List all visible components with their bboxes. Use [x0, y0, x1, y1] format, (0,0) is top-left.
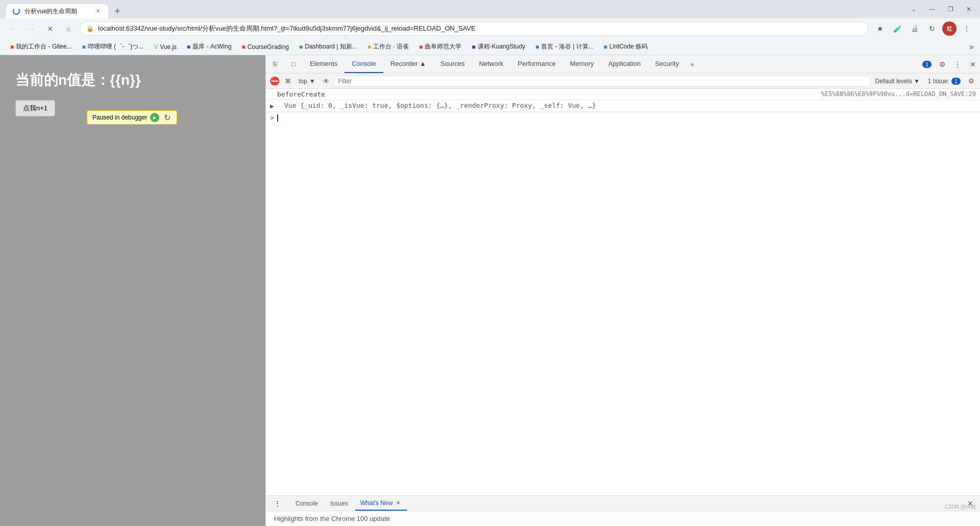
- bookmark-lc-label: LintCode 炼码: [609, 42, 648, 51]
- log-vue-expand-arrow[interactable]: ▶: [270, 102, 277, 110]
- context-dropdown-icon: ▼: [309, 78, 315, 85]
- bookmark-vue-icon: V: [154, 43, 158, 51]
- reload-button[interactable]: ✕: [43, 21, 57, 36]
- tab-elements[interactable]: Elements: [303, 55, 345, 73]
- log-text-beforecreate: beforeCreate: [277, 90, 821, 98]
- bookmark-kuangstudy[interactable]: ■ 课程-KuangStudy: [468, 41, 529, 52]
- bottom-tab-issues[interactable]: Issues: [325, 496, 353, 511]
- bookmark-luogu-label: 首页 - 洛谷 | 计算...: [541, 42, 593, 51]
- console-entry-vue-object: ▶ Vue {_uid: 0, _isVue: true, $options: …: [266, 100, 980, 112]
- more-options-button[interactable]: ⋮: [960, 21, 974, 36]
- tab-close-button[interactable]: ×: [94, 7, 102, 15]
- context-selector[interactable]: top ▼: [296, 76, 318, 87]
- new-tab-button[interactable]: +: [110, 4, 125, 18]
- back-button[interactable]: ←: [6, 21, 20, 36]
- bookmark-acwing[interactable]: ■ 题库 - AcWing: [183, 41, 235, 52]
- bookmark-yuque-label: 工作台 · 语雀: [373, 42, 409, 51]
- bottom-tab-whats-new[interactable]: What's New ✕: [355, 496, 407, 511]
- bottom-panel-menu-button[interactable]: ⋮: [270, 496, 284, 511]
- tab-recorder[interactable]: Recorder ▲: [383, 55, 433, 73]
- bottom-tab-console[interactable]: Console: [290, 496, 323, 511]
- tab-sources[interactable]: Sources: [433, 55, 472, 73]
- console-eye-button[interactable]: 👁: [321, 76, 332, 87]
- debug-step-button[interactable]: ↻: [162, 113, 172, 122]
- close-button[interactable]: ✕: [962, 2, 976, 16]
- forward-button[interactable]: →: [24, 21, 39, 36]
- sync-button[interactable]: ↻: [925, 21, 939, 36]
- page-content: Paused in debugger ↻ 当前的n值是：{{n}} 点我n+1: [0, 55, 265, 526]
- bookmark-star-button[interactable]: ★: [873, 21, 887, 36]
- tab-network[interactable]: Network: [472, 55, 511, 73]
- extension-puzzle-button[interactable]: 🧪: [890, 21, 904, 36]
- bottom-tab-whatsnew-close[interactable]: ✕: [395, 499, 402, 507]
- bottom-panel: ⋮ Console Issues What's New ✕ ✕ Highligh…: [266, 495, 980, 526]
- bookmark-qfnu[interactable]: ■ 曲阜师范大学: [415, 41, 465, 52]
- console-output: beforeCreate %E5%88%86%E6%9F%90vu...d=RE…: [266, 89, 980, 495]
- console-filter-input[interactable]: [334, 76, 870, 87]
- devtools-tabs: Elements Console Recorder ▲ Sources Netw…: [303, 55, 698, 73]
- tab-search-button[interactable]: ⌄: [906, 2, 921, 16]
- issues-button[interactable]: 1: [920, 57, 934, 71]
- main-area: Paused in debugger ↻ 当前的n值是：{{n}} 点我n+1 …: [0, 55, 980, 526]
- bookmark-qfnu-icon: ■: [419, 43, 423, 51]
- bookmark-lintcode[interactable]: ■ LintCode 炼码: [600, 41, 652, 52]
- address-url: localhost:63342/vue-study/src/html/分析vue…: [98, 24, 862, 33]
- chrome-labs-button[interactable]: 🔬: [908, 21, 922, 36]
- bookmark-lc-icon: ■: [604, 43, 607, 51]
- bookmark-coursegrading[interactable]: ■ CourseGrading: [237, 42, 293, 52]
- bookmark-yuque-icon: ■: [368, 43, 371, 51]
- profile-button[interactable]: 红: [942, 21, 957, 36]
- bookmark-dashboard[interactable]: ■ Dashboard | 知新...: [295, 41, 361, 52]
- bookmark-bilibili[interactable]: ■ 哔哩哔哩 (゜-゜)つ...: [78, 41, 148, 52]
- bottom-panel-content: Highlights from the Chrome 100 update: [266, 511, 980, 526]
- increment-button[interactable]: 点我n+1: [15, 100, 55, 116]
- tab-security[interactable]: Security: [648, 55, 686, 73]
- console-settings-icon[interactable]: ⚙: [966, 76, 977, 87]
- issues-count[interactable]: 1 Issue: 1: [925, 78, 964, 85]
- bookmark-bilibili-label: 哔哩哔哩 (゜-゜)つ...: [88, 42, 143, 51]
- secure-icon: 🔒: [86, 25, 94, 32]
- more-tabs-button[interactable]: »: [686, 55, 698, 73]
- maximize-button[interactable]: ❐: [943, 2, 958, 16]
- context-label: top: [299, 78, 307, 85]
- bottom-tab-whatsnew-label: What's New: [360, 499, 393, 507]
- bottom-tab-issues-label: Issues: [330, 500, 348, 507]
- debugger-overlay: Paused in debugger ↻: [87, 110, 177, 125]
- devtools-panel: ⎘ □ Elements Console Recorder ▲ Sources: [265, 55, 980, 526]
- bookmark-luogu[interactable]: ■ 首页 - 洛谷 | 计算...: [531, 41, 598, 52]
- tab-application[interactable]: Application: [601, 55, 648, 73]
- log-levels-selector[interactable]: Default levels ▼: [872, 78, 923, 85]
- minimize-button[interactable]: —: [925, 2, 939, 16]
- devtools-toolbar: ⎘ □ Elements Console Recorder ▲ Sources: [266, 55, 980, 74]
- tab-memory[interactable]: Memory: [563, 55, 601, 73]
- address-bar[interactable]: 🔒 localhost:63342/vue-study/src/html/分析v…: [80, 21, 869, 36]
- home-button[interactable]: ⌂: [61, 21, 76, 36]
- devtools-settings-button[interactable]: ⚙: [935, 57, 949, 71]
- tab-console[interactable]: Console: [345, 55, 383, 73]
- bottom-tab-console-label: Console: [296, 500, 318, 507]
- bookmark-gitee-icon: ■: [10, 43, 14, 51]
- devtools-toolbar-right: 1 ⚙ ⋮ ✕: [920, 57, 980, 71]
- log-vue-object-text: Vue {_uid: 0, _isVue: true, $options: {……: [277, 102, 596, 109]
- console-clear-button[interactable]: ⛔: [269, 76, 280, 87]
- page-heading: 当前的n值是：{{n}}: [15, 70, 250, 90]
- devtools-inspect-button[interactable]: ⎘: [268, 57, 282, 71]
- devtools-more-button[interactable]: ⋮: [950, 57, 965, 71]
- bookmark-yuque[interactable]: ■ 工作台 · 语雀: [363, 41, 413, 52]
- whats-new-content-text: Highlights from the Chrome 100 update: [274, 515, 390, 522]
- devtools-device-button[interactable]: □: [286, 57, 301, 71]
- log-source-beforecreate[interactable]: %E5%88%86%E6%9F%90vu...d=RELOAD_ON_SAVE:…: [821, 90, 976, 98]
- bookmark-luogu-icon: ■: [535, 43, 539, 51]
- bottom-tabs: ⋮ Console Issues What's New ✕ ✕: [266, 496, 980, 511]
- bookmark-cg-icon: ■: [241, 43, 245, 51]
- bookmark-vuejs[interactable]: V Vue.js: [150, 42, 181, 52]
- bookmark-gitee[interactable]: ■ 我的工作台 - Gitee...: [6, 41, 76, 52]
- console-filter-toggle[interactable]: ⌘: [282, 76, 293, 87]
- debug-resume-button[interactable]: [150, 113, 159, 122]
- bookmark-dash-label: Dashboard | 知新...: [305, 42, 357, 51]
- active-tab[interactable]: 分析vue的生命周期 ×: [6, 4, 108, 18]
- window-controls-right: ⌄ — ❐ ✕: [906, 2, 976, 16]
- devtools-close-button[interactable]: ✕: [966, 57, 980, 71]
- tab-performance[interactable]: Performance: [510, 55, 562, 73]
- bookmarks-more-button[interactable]: »: [969, 42, 974, 52]
